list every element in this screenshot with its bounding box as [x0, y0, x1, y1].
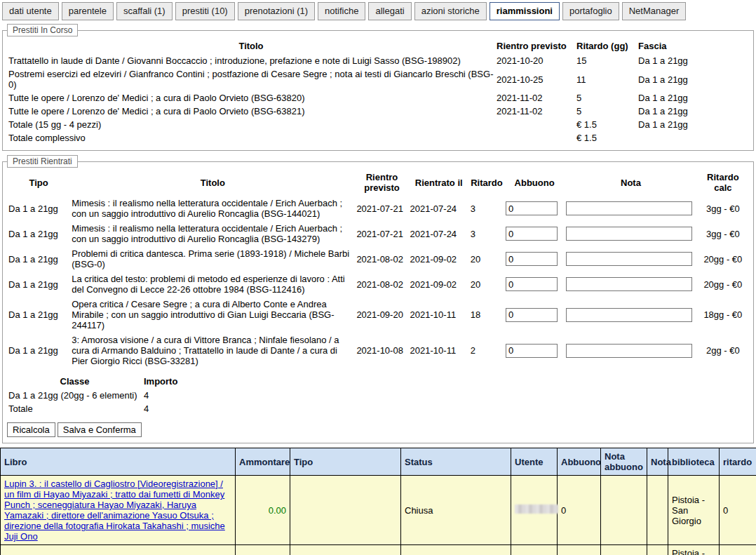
abbuono-input[interactable]: [506, 308, 558, 322]
prestiti-rientrati-table: Tipo Titolo Rientro previsto Rientrato i…: [7, 169, 749, 368]
col-header-status: Status: [401, 448, 511, 476]
cell-ritardo: 5: [575, 105, 637, 118]
table-row: Da 1 a 21gg 3: Amorosa visione / a cura …: [7, 333, 749, 368]
table-row: Da 1 a 21gg Mimesis : il realismo nella …: [7, 221, 749, 246]
classe-importo-table: Classe Importo Da 1 a 21gg (20gg - 6 ele…: [7, 374, 205, 415]
cell-status: Chiusa: [401, 545, 511, 555]
tab-bar: dati utente parentele scaffali (1) prest…: [0, 0, 756, 21]
ricalcola-button[interactable]: Ricalcola: [7, 422, 55, 437]
col-header-ritardo: Ritardo: [469, 169, 504, 196]
cell-totale-importo: € 1.5: [575, 118, 637, 131]
cell-fascia: Da 1 a 21gg: [637, 105, 749, 118]
tab-prenotazioni[interactable]: prenotazioni (1): [238, 2, 315, 20]
cell-status: Chiusa: [401, 476, 511, 545]
col-header-utente: Utente: [511, 448, 558, 476]
cell-tipo: Da 1 a 21gg: [7, 297, 70, 333]
cell-titolo: Tutte le opere / Lorenzo de' Medici ; a …: [7, 105, 495, 118]
cell-rientrato: 2021-07-24: [409, 196, 469, 221]
nota-input[interactable]: [566, 344, 692, 358]
cell-abbuono: 0: [558, 545, 601, 555]
total-row: Totale (15 gg - 4 pezzi) € 1.5 Da 1 a 21…: [7, 118, 749, 131]
tab-allegati[interactable]: allegati: [368, 2, 411, 20]
col-header-ritardo: ritardo: [720, 448, 756, 476]
cell-ritardo: 20: [469, 272, 504, 297]
cell-ritardo: 0: [720, 476, 756, 545]
cell-fascia: Da 1 a 21gg: [637, 118, 749, 131]
nota-input[interactable]: [566, 277, 692, 291]
cell-ritardo: 2: [469, 333, 504, 368]
nota-input[interactable]: [566, 227, 692, 241]
table-header-row: Libro Ammontare Tipo Status Utente Abbuo…: [1, 448, 756, 476]
cell-ritardo-calc: 20gg - €0: [697, 246, 749, 272]
nota-input[interactable]: [566, 308, 692, 322]
cell-totale-complessivo-label: Totale complessivo: [7, 131, 495, 145]
cell-titolo: Mimesis : il realismo nella letteratura …: [70, 196, 355, 221]
cell-ritardo-calc: 18gg - €0: [697, 297, 749, 333]
cell-rientro: 2021-08-02: [355, 246, 408, 272]
col-header-fascia: Fascia: [637, 38, 749, 54]
cell-biblioteca: Pistoia - San Giorgio: [668, 476, 720, 545]
tab-scaffali[interactable]: scaffali (1): [116, 2, 173, 20]
cell-rientrato: 2021-10-11: [409, 297, 469, 333]
cell-titolo: Tutte le opere / Lorenzo de' Medici ; a …: [7, 91, 495, 105]
table-row: Postremi esercizi ed elzeviri / Gianfran…: [7, 67, 749, 91]
cell-rientro: [495, 131, 575, 145]
col-header-nota: Nota: [647, 448, 668, 476]
cell-rientro: 2021-10-20: [495, 54, 575, 67]
cell-ritardo-calc: 3gg - €0: [697, 221, 749, 246]
abbuono-input[interactable]: [506, 344, 558, 358]
cell-ritardo: 3: [469, 221, 504, 246]
table-row: Da 1 a 21gg Problemi di critica dantesca…: [7, 246, 749, 272]
cell-rientro: 2021-07-21: [355, 221, 408, 246]
cell-rientro: 2021-07-21: [355, 196, 408, 221]
table-row: Tutte le opere / Lorenzo de' Medici ; a …: [7, 91, 749, 105]
table-header-row: Titolo Rientro previsto Ritardo (gg) Fas…: [7, 38, 749, 54]
tab-prestiti[interactable]: prestiti (10): [175, 2, 235, 20]
cell-ammontare: 0.00: [236, 476, 290, 545]
salva-conferma-button[interactable]: Salva e Conferma: [58, 422, 142, 437]
abbuono-input[interactable]: [506, 201, 558, 215]
cell-fascia: Da 1 a 21gg: [637, 67, 749, 91]
col-header-titolo: Titolo: [7, 38, 495, 54]
col-header-abbuono: Abbuono: [558, 448, 601, 476]
cell-titolo: Opera critica / Cesare Segre ; a cura di…: [70, 297, 355, 333]
tab-dati-utente[interactable]: dati utente: [2, 2, 59, 20]
riammissioni-history-table: Libro Ammontare Tipo Status Utente Abbuo…: [0, 448, 756, 555]
col-header-libro: Libro: [1, 448, 236, 476]
table-row: Da 1 a 21gg La critica del testo: proble…: [7, 272, 749, 297]
abbuono-input[interactable]: [506, 227, 558, 241]
abbuono-input[interactable]: [506, 277, 558, 291]
col-header-rientrato-il: Rientrato il: [409, 169, 469, 196]
tab-azioni-storiche[interactable]: azioni storiche: [414, 2, 487, 20]
book-title-link[interactable]: Lupin 3. : il castello di Cagliostro [Vi…: [4, 479, 225, 542]
cell-titolo: Problemi di critica dantesca. Prima seri…: [70, 246, 355, 272]
cell-tipo: Da 1 a 21gg: [7, 333, 70, 368]
tab-portafoglio[interactable]: portafoglio: [562, 2, 619, 20]
tab-parentele[interactable]: parentele: [62, 2, 114, 20]
col-header-importo: Importo: [142, 374, 205, 389]
table-row: Bord de mer : in riva al mare [Videoregi…: [1, 545, 756, 555]
cell-ammontare: 0.00: [236, 545, 290, 555]
table-header-row: Tipo Titolo Rientro previsto Rientrato i…: [7, 169, 749, 196]
col-header-abbuono: Abbuono: [504, 169, 565, 196]
table-row: Da 1 a 21gg (20gg - 6 elementi) 4: [7, 389, 205, 402]
col-header-ammontare: Ammontare: [236, 448, 290, 476]
tab-notifiche[interactable]: notifiche: [318, 2, 365, 20]
cell-rientro: 2021-09-20: [355, 297, 408, 333]
abbuono-input[interactable]: [506, 252, 558, 266]
tab-riammissioni[interactable]: riammissioni: [490, 2, 560, 20]
cell-ritardo: 15: [575, 54, 637, 67]
cell-classe: Da 1 a 21gg (20gg - 6 elementi): [7, 389, 142, 402]
cell-nota: [647, 545, 668, 555]
redacted-user: [515, 504, 558, 514]
nota-input[interactable]: [566, 252, 692, 266]
nota-input[interactable]: [566, 201, 692, 215]
prestiti-in-corso-section: Prestiti In Corso Titolo Rientro previst…: [2, 24, 754, 151]
col-header-rientro-previsto: Rientro previsto: [355, 169, 408, 196]
col-header-biblioteca: biblioteca: [668, 448, 720, 476]
tab-netmanager[interactable]: NetManager: [622, 2, 687, 20]
cell-utente: [511, 476, 558, 545]
cell-classe: Totale: [7, 402, 142, 415]
cell-rientrato: 2021-09-02: [409, 246, 469, 272]
cell-ritardo-calc: 2gg - €0: [697, 333, 749, 368]
